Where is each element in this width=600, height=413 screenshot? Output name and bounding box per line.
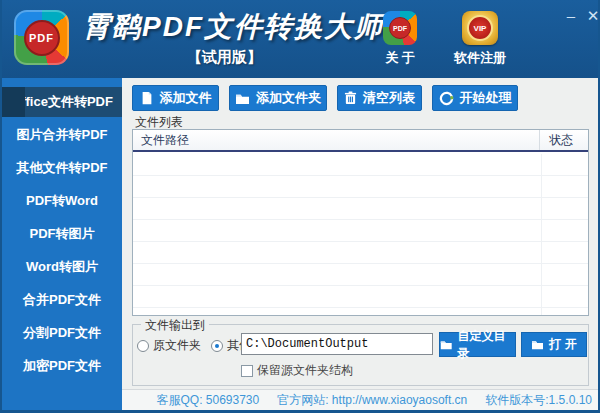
status-bar: 客服QQ: 50693730 官方网站: http://www.xiaoyaos… bbox=[122, 389, 598, 410]
sidebar-item-split-pdf[interactable]: 分割PDF文件 bbox=[2, 318, 122, 348]
official-website-text: 官方网站: http://www.xiaoyaosoft.cn bbox=[277, 392, 467, 409]
output-group-label: 文件输出到 bbox=[141, 317, 209, 334]
title-bar: PDF 霄鹞PDF文件转换大师 【试用版】 PDF 关 于 VIP 软件注册 –… bbox=[2, 0, 598, 78]
start-processing-button[interactable]: 开始处理 bbox=[432, 85, 518, 111]
sidebar-item-encrypt-pdf[interactable]: 加密PDF文件 bbox=[2, 351, 122, 381]
radio-original-icon[interactable] bbox=[137, 340, 149, 352]
register-label: 软件注册 bbox=[448, 49, 512, 67]
document-icon bbox=[140, 91, 154, 105]
refresh-icon bbox=[439, 91, 454, 106]
about-button[interactable]: PDF 关 于 bbox=[368, 11, 432, 67]
folder-icon bbox=[235, 92, 250, 105]
close-button[interactable]: ✕ bbox=[582, 6, 600, 26]
start-processing-label: 开始处理 bbox=[460, 89, 512, 107]
add-file-button[interactable]: 添加文件 bbox=[132, 85, 219, 111]
sidebar-item-other-to-pdf[interactable]: 其他文件转PDF bbox=[2, 153, 122, 183]
custom-directory-label: 自定义目录 bbox=[457, 328, 515, 362]
folder-icon bbox=[440, 339, 452, 350]
trash-icon bbox=[344, 91, 357, 105]
add-folder-label: 添加文件夹 bbox=[256, 89, 321, 107]
open-folder-label: 打 开 bbox=[549, 336, 576, 353]
keep-structure-checkbox[interactable] bbox=[241, 365, 253, 377]
sidebar-item-merge-pdf[interactable]: 合并PDF文件 bbox=[2, 285, 122, 315]
vip-icon: VIP bbox=[462, 11, 498, 45]
add-file-label: 添加文件 bbox=[160, 89, 212, 107]
column-header-file-path[interactable]: 文件路径 bbox=[133, 130, 540, 150]
register-button[interactable]: VIP 软件注册 bbox=[448, 11, 512, 67]
sidebar-item-pdf-to-image[interactable]: PDF转图片 bbox=[2, 219, 122, 249]
support-qq-text: 客服QQ: 50693730 bbox=[156, 392, 259, 409]
app-window: PDF 霄鹞PDF文件转换大师 【试用版】 PDF 关 于 VIP 软件注册 –… bbox=[0, 0, 600, 413]
pdf-logo-icon: PDF bbox=[24, 20, 60, 56]
keep-structure-label: 保留源文件夹结构 bbox=[257, 362, 353, 379]
column-divider bbox=[541, 154, 542, 315]
minimize-button[interactable]: – bbox=[560, 6, 582, 26]
radio-original-folder[interactable]: 原文件夹 bbox=[137, 337, 201, 354]
keep-structure-option[interactable]: 保留源文件夹结构 bbox=[241, 362, 353, 379]
sidebar-nav: Office文件转PDF 图片合并转PDF 其他文件转PDF PDF转Word … bbox=[2, 78, 122, 410]
output-group: 文件输出到 原文件夹 其他文件夹 自定义目录 打 开 bbox=[132, 324, 589, 386]
sidebar-item-office-to-pdf[interactable]: Office文件转PDF bbox=[2, 87, 122, 117]
file-list-body[interactable] bbox=[133, 154, 588, 315]
app-title: 霄鹞PDF文件转换大师 bbox=[82, 8, 367, 46]
open-folder-button[interactable]: 打 开 bbox=[521, 332, 587, 357]
about-pdf-icon: PDF bbox=[383, 11, 417, 45]
sidebar-item-pdf-to-word[interactable]: PDF转Word bbox=[2, 186, 122, 216]
trial-badge: 【试用版】 bbox=[82, 48, 367, 67]
radio-other-icon[interactable] bbox=[211, 340, 223, 352]
about-label: 关 于 bbox=[368, 49, 432, 67]
add-folder-button[interactable]: 添加文件夹 bbox=[229, 85, 327, 111]
custom-directory-button[interactable]: 自定义目录 bbox=[439, 332, 516, 357]
sidebar-item-word-to-image[interactable]: Word转图片 bbox=[2, 252, 122, 282]
column-header-status[interactable]: 状态 bbox=[541, 130, 588, 150]
file-list-table: 文件路径 状态 bbox=[132, 129, 589, 316]
folder-icon bbox=[531, 339, 544, 350]
clear-list-label: 清空列表 bbox=[363, 89, 415, 107]
output-path-input[interactable] bbox=[241, 333, 433, 355]
file-list-header: 文件路径 状态 bbox=[133, 130, 588, 152]
clear-list-button[interactable]: 清空列表 bbox=[337, 85, 422, 111]
version-text: 软件版本号:1.5.0.10 bbox=[485, 392, 592, 409]
app-logo: PDF bbox=[14, 10, 69, 65]
sidebar-item-image-merge-to-pdf[interactable]: 图片合并转PDF bbox=[2, 120, 122, 150]
radio-original-label: 原文件夹 bbox=[153, 337, 201, 354]
